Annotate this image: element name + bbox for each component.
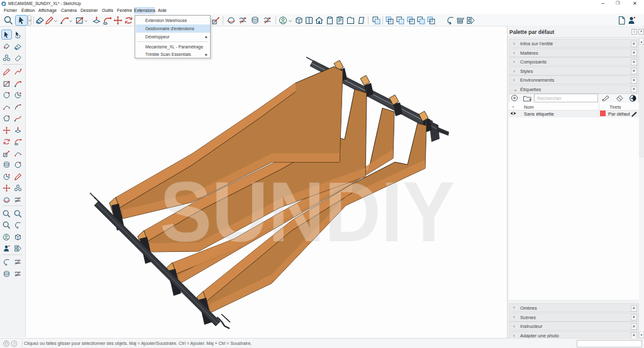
svg-text:?: ?: [13, 341, 15, 347]
